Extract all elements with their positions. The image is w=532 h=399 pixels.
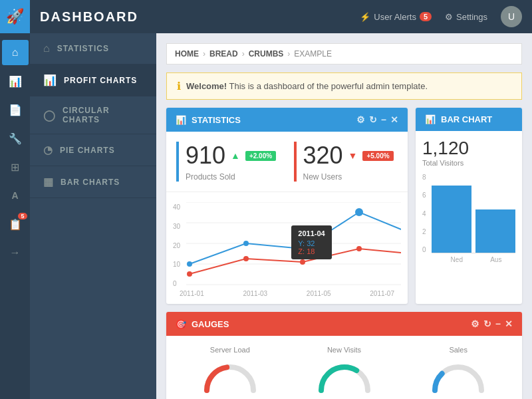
gauges-panel: 🎯 GAUGES Server Load xyxy=(166,312,522,399)
new-visits-label: New Visits xyxy=(327,346,361,354)
line-chart-container: 40 30 20 10 0 xyxy=(173,202,401,289)
products-sold-badge: +2.00% xyxy=(245,151,276,161)
bar-charts-icon: ▦ xyxy=(43,176,54,188)
chart-x-labels: 2011-01 2011-03 2011-05 2011-07 xyxy=(173,289,401,297)
icon-nav-charts[interactable]: 📊 xyxy=(2,68,29,94)
stat-new-users: 320 ▼ +5.00% New Users xyxy=(294,142,398,182)
profit-charts-icon: 📊 xyxy=(43,74,57,86)
new-users-label: New Users xyxy=(303,172,398,182)
bar-chart-bars-container: 8 6 4 2 0 xyxy=(422,174,515,253)
stats-minimize-button[interactable] xyxy=(381,114,386,125)
server-load-gauge-svg xyxy=(200,357,260,394)
main-layout: ⌂ 📊 📄 🔧 ⊞ A 📋 5 → ⌂ STATISTICS 📊 PROFIT … xyxy=(0,33,532,399)
gauges-header-left: 🎯 GAUGES xyxy=(176,319,229,329)
stats-refresh-button[interactable] xyxy=(369,114,377,125)
sidebar-item-profit-charts[interactable]: 📊 PROFIT CHARTS xyxy=(30,65,156,96)
svg-point-12 xyxy=(187,271,192,277)
bar-chart-header-left: 📊 BAR CHART xyxy=(425,114,492,124)
stats-metrics: 910 ▲ +2.00% Products Sold 320 ▼ +5.00% … xyxy=(166,132,408,192)
pie-charts-icon: ◔ xyxy=(43,144,53,156)
gauges-body: Server Load 46 New Visits xyxy=(166,336,522,399)
gauges-icon: 🎯 xyxy=(176,319,186,329)
user-alerts-button[interactable]: ⚡ User Alerts 5 xyxy=(360,12,432,22)
statistics-icon: ⌂ xyxy=(43,43,51,55)
tooltip-date: 2011-04 xyxy=(298,229,325,237)
content-row-1: 📊 STATISTICS 910 ▲ xyxy=(166,108,522,304)
new-visits-gauge-svg xyxy=(315,357,374,394)
bar-chart-icon: 📊 xyxy=(425,114,436,124)
icon-nav-text[interactable]: A xyxy=(2,183,29,208)
settings-button[interactable]: ⚙ Settings xyxy=(445,12,487,22)
bar-chart-body: 1,120 Total Visitors 8 6 4 2 0 xyxy=(416,131,522,270)
breadcrumb: HOME › BREAD › CRUMBS › EXAMPLE xyxy=(166,43,522,65)
gauges-panel-header: 🎯 GAUGES xyxy=(166,312,522,336)
new-users-badge: +5.00% xyxy=(362,151,393,161)
circular-charts-icon: ◯ xyxy=(43,109,56,122)
sidebar-item-statistics[interactable]: ⌂ STATISTICS xyxy=(30,33,156,65)
stats-panel-icon: 📊 xyxy=(176,115,186,125)
breadcrumb-sep-3: › xyxy=(287,49,290,59)
server-load-label: Server Load xyxy=(210,346,250,354)
line-chart-area: 40 30 20 10 0 xyxy=(166,192,408,304)
breadcrumb-bread[interactable]: BREAD xyxy=(209,49,238,59)
products-sold-value: 910 xyxy=(186,142,225,170)
icon-nav-home[interactable]: ⌂ xyxy=(2,40,29,65)
welcome-alert: ℹ Welcome! This is a dashboard of the po… xyxy=(166,72,522,100)
bar-y-labels: 8 6 4 2 0 xyxy=(422,174,426,253)
tooltip-z: Z: 18 xyxy=(298,247,325,255)
sidebar-item-bar-charts[interactable]: ▦ BAR CHARTS xyxy=(30,166,156,198)
nav-actions: ⚡ User Alerts 5 ⚙ Settings U xyxy=(360,6,522,27)
stats-header-left: 📊 STATISTICS xyxy=(176,115,241,125)
bar-chart-panel: 📊 BAR CHART 1,120 Total Visitors 8 6 xyxy=(416,108,522,304)
products-sold-arrow: ▲ xyxy=(231,150,240,161)
bar-chart-bars xyxy=(432,174,515,253)
main-content: HOME › BREAD › CRUMBS › EXAMPLE ℹ Welcom… xyxy=(156,33,532,399)
gauge-new-visits: New Visits 67 xyxy=(291,346,398,399)
statistics-panel-header: 📊 STATISTICS xyxy=(166,108,408,132)
gauge-sales: Sales 25 xyxy=(404,346,512,399)
sales-label: Sales xyxy=(449,346,467,354)
app-title: DASHBOARD xyxy=(40,9,360,25)
breadcrumb-home[interactable]: HOME xyxy=(175,49,199,59)
new-users-arrow: ▼ xyxy=(348,150,358,161)
logo-icon: 🚀 xyxy=(6,8,24,25)
products-sold-label: Products Sold xyxy=(186,172,281,182)
svg-point-15 xyxy=(356,246,362,251)
breadcrumb-crumbs[interactable]: CRUMBS xyxy=(249,49,284,59)
logo-area: 🚀 xyxy=(0,0,30,33)
gauges-panel-actions xyxy=(471,319,513,329)
clipboard-badge: 5 xyxy=(18,213,27,219)
settings-icon: ⚙ xyxy=(445,12,453,22)
bar-chart-label: Total Visitors xyxy=(422,159,515,167)
tooltip-y: Y: 32 xyxy=(298,239,325,247)
user-avatar[interactable]: U xyxy=(501,6,522,27)
bar-chart-stat: 1,120 Total Visitors xyxy=(422,138,515,167)
svg-point-6 xyxy=(243,241,249,246)
gauges-minimize-button[interactable] xyxy=(495,319,501,329)
svg-point-14 xyxy=(300,259,305,265)
stats-gear-button[interactable] xyxy=(356,114,365,125)
svg-point-5 xyxy=(187,261,192,267)
sidebar: ⌂ STATISTICS 📊 PROFIT CHARTS ◯ CIRCULAR … xyxy=(30,33,156,399)
welcome-text: Welcome! This is a dashboard of the powe… xyxy=(186,81,428,91)
bar-aus xyxy=(475,209,515,253)
svg-point-13 xyxy=(243,256,249,261)
statistics-panel: 📊 STATISTICS 910 ▲ xyxy=(166,108,408,304)
bar-x-labels: Ned Aus xyxy=(422,256,515,263)
stats-close-button[interactable] xyxy=(390,114,398,125)
top-navigation: 🚀 DASHBOARD ⚡ User Alerts 5 ⚙ Settings U xyxy=(0,0,532,33)
gauges-close-button[interactable] xyxy=(505,319,513,329)
info-icon: ℹ xyxy=(177,80,181,92)
icon-nav-documents[interactable]: 📄 xyxy=(2,97,29,122)
icon-nav-grid[interactable]: ⊞ xyxy=(2,154,29,180)
bar-chart-panel-header: 📊 BAR CHART xyxy=(416,108,522,131)
icon-nav-clipboard[interactable]: 📋 5 xyxy=(2,211,29,237)
sidebar-item-circular-charts[interactable]: ◯ CIRCULAR CHARTS xyxy=(30,96,156,134)
gauges-gear-button[interactable] xyxy=(471,319,479,329)
gauges-refresh-button[interactable] xyxy=(483,319,491,329)
bar-ned xyxy=(432,186,471,253)
chart-tooltip: 2011-04 Y: 32 Z: 18 xyxy=(291,225,331,259)
icon-nav-tools[interactable]: 🔧 xyxy=(2,126,29,151)
icon-nav-logout[interactable]: → xyxy=(2,240,29,265)
sidebar-item-pie-charts[interactable]: ◔ PIE CHARTS xyxy=(30,134,156,166)
